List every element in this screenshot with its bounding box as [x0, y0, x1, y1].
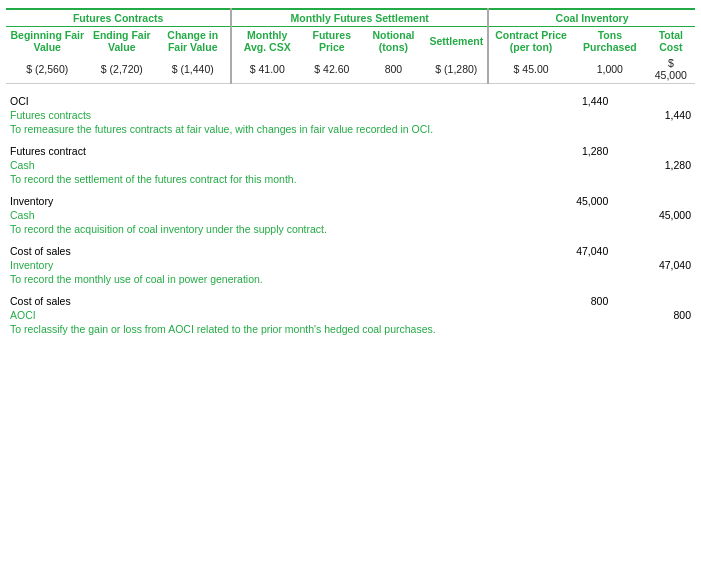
cell-contract-price: $ 45.00: [488, 55, 573, 84]
cell-change-fv: $ (1,440): [155, 55, 231, 84]
reference-data-row: $ (2,560) $ (2,720) $ (1,440) $ 41.00 $ …: [6, 55, 695, 84]
col-header-notional: Notional (tons): [361, 27, 425, 56]
description-text: To record the acquisition of coal invent…: [6, 222, 695, 236]
journal-row: Cash45,000: [6, 208, 695, 222]
account-main-label: Cost of sales: [6, 294, 530, 308]
account-main-label: Inventory: [6, 194, 530, 208]
cell-settlement: $ (1,280): [425, 55, 488, 84]
section-monthly-futures: Monthly Futures Settlement: [231, 9, 488, 27]
debit-amount: [530, 308, 613, 322]
credit-amount: 45,000: [612, 208, 695, 222]
description-text: To reclassify the gain or loss from AOCI…: [6, 322, 695, 336]
credit-amount: 1,440: [612, 108, 695, 122]
debit-amount: [530, 108, 613, 122]
journal-row: Cash1,280: [6, 158, 695, 172]
debit-amount: [530, 208, 613, 222]
journal-description: To reclassify the gain or loss from AOCI…: [6, 322, 695, 336]
cell-total-cost: $ 45,000: [647, 55, 695, 84]
account-sub-label: Cash: [6, 208, 530, 222]
col-header-contract-price: Contract Price (per ton): [488, 27, 573, 56]
cell-notional: 800: [361, 55, 425, 84]
description-text: To remeasure the futures contracts at fa…: [6, 122, 695, 136]
journal-row: AOCI800: [6, 308, 695, 322]
group-separator: [6, 236, 695, 244]
account-sub-label: Cash: [6, 158, 530, 172]
col-header-total-cost: Total Cost: [647, 27, 695, 56]
debit-amount: [530, 258, 613, 272]
section-coal-inventory: Coal Inventory: [488, 9, 695, 27]
col-header-change-fv: Change in Fair Value: [155, 27, 231, 56]
journal-row: Futures contracts1,440: [6, 108, 695, 122]
credit-amount: 800: [612, 308, 695, 322]
debit-amount: 1,440: [530, 94, 613, 108]
journal-row: Cost of sales47,040: [6, 244, 695, 258]
account-main-label: Cost of sales: [6, 244, 530, 258]
debit-amount: 47,040: [530, 244, 613, 258]
credit-amount: [612, 144, 695, 158]
col-header-ending-fv: Ending Fair Value: [88, 27, 155, 56]
cell-tons-purchased: 1,000: [573, 55, 647, 84]
journal-row: Inventory47,040: [6, 258, 695, 272]
main-container: Futures Contracts Monthly Futures Settle…: [0, 0, 701, 344]
credit-amount: 47,040: [612, 258, 695, 272]
group-separator: [6, 186, 695, 194]
col-header-futures-price: Futures Price: [302, 27, 361, 56]
account-sub-label: AOCI: [6, 308, 530, 322]
cell-beginning-fv: $ (2,560): [6, 55, 88, 84]
account-main-label: OCI: [6, 94, 530, 108]
description-text: To record the monthly use of coal in pow…: [6, 272, 695, 286]
journal-row: Futures contract1,280: [6, 144, 695, 158]
col-header-beginning-fv: Beginning Fair Value: [6, 27, 88, 56]
journal-description: To record the settlement of the futures …: [6, 172, 695, 186]
cell-monthly-avg: $ 41.00: [231, 55, 302, 84]
description-text: To record the settlement of the futures …: [6, 172, 695, 186]
col-header-settlement: Settlement: [425, 27, 488, 56]
col-header-monthly-avg: Monthly Avg. CSX: [231, 27, 302, 56]
reference-table: Futures Contracts Monthly Futures Settle…: [6, 8, 695, 84]
journal-description: To remeasure the futures contracts at fa…: [6, 122, 695, 136]
debit-amount: 1,280: [530, 144, 613, 158]
credit-amount: [612, 244, 695, 258]
col-header-tons-purchased: Tons Purchased: [573, 27, 647, 56]
credit-amount: [612, 194, 695, 208]
journal-row: OCI1,440: [6, 94, 695, 108]
account-sub-label: Inventory: [6, 258, 530, 272]
debit-amount: [530, 158, 613, 172]
journal-row: Inventory45,000: [6, 194, 695, 208]
group-separator: [6, 136, 695, 144]
journal-description: To record the acquisition of coal invent…: [6, 222, 695, 236]
cell-ending-fv: $ (2,720): [88, 55, 155, 84]
credit-amount: 1,280: [612, 158, 695, 172]
credit-amount: [612, 94, 695, 108]
journal-entries-table: OCI1,440Futures contracts1,440To remeasu…: [6, 94, 695, 336]
account-sub-label: Futures contracts: [6, 108, 530, 122]
debit-amount: 45,000: [530, 194, 613, 208]
journal-row: Cost of sales800: [6, 294, 695, 308]
debit-amount: 800: [530, 294, 613, 308]
journal-description: To record the monthly use of coal in pow…: [6, 272, 695, 286]
credit-amount: [612, 294, 695, 308]
cell-futures-price: $ 42.60: [302, 55, 361, 84]
section-futures-contracts: Futures Contracts: [6, 9, 231, 27]
account-main-label: Futures contract: [6, 144, 530, 158]
group-separator: [6, 286, 695, 294]
